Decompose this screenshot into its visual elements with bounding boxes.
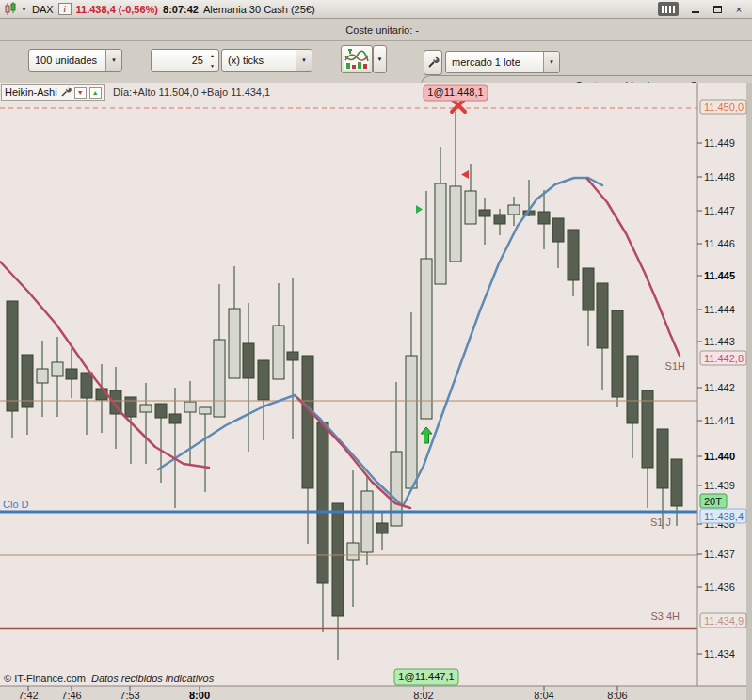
candle [229, 309, 240, 378]
candle [421, 259, 432, 419]
symbol-label: DAX [32, 4, 54, 15]
units-dropdown[interactable]: 100 unidades ▼ [28, 49, 122, 72]
time-axis-background [0, 686, 746, 700]
price-axis-box-label: 11.434,9 [704, 615, 744, 627]
price-tick-label: 11.444 [704, 304, 735, 315]
candle [302, 356, 313, 488]
time-tick-label: 8:04 [534, 690, 553, 700]
coste-bar: Coste unitario: - [0, 19, 752, 41]
candle [465, 191, 476, 224]
price-tick-label: 11.445 [704, 270, 735, 281]
candle [494, 215, 505, 224]
candle [81, 373, 92, 398]
candle [140, 405, 152, 412]
candle [361, 491, 373, 552]
disclaimer-text: Datos recibidos indicativos [91, 673, 215, 684]
price-tick-label: 11.439 [704, 480, 735, 491]
indicator-selector[interactable]: Heikin-Ashi ▼ ▲ [1, 84, 105, 101]
candle [657, 429, 668, 488]
order-settings-button[interactable] [424, 50, 442, 75]
candle [347, 543, 359, 560]
chevron-down-icon[interactable]: ▼ [543, 52, 559, 72]
maximize-button[interactable] [709, 2, 726, 16]
instrument-name: Alemania 30 Cash (25€) [203, 4, 315, 15]
price-axis-box-label: 11.438,4 [704, 511, 744, 522]
candle [332, 503, 344, 616]
toolbar: 100 unidades ▼ 25 ▲ ▼ (x) ticks ▼ ▼ ▶ [0, 41, 752, 83]
time-tick-label: 8:06 [607, 690, 627, 700]
chart-area: 1@11.448,11@11.447,1Clo DS1HS1 JS3 4H© I… [0, 83, 752, 700]
level-label: S3 4H [650, 611, 680, 622]
price-chart[interactable]: 1@11.448,11@11.447,1Clo DS1HS1 JS3 4H© I… [0, 83, 752, 700]
title-bar[interactable]: ▼ DAX i 11.438,4 (-0,56%) 8:07:42 Aleman… [0, 0, 752, 19]
candle [435, 183, 446, 284]
candle [169, 414, 181, 423]
price-tick-label: 11.443 [704, 336, 735, 347]
clock: 8:07:42 [163, 4, 199, 15]
candle [66, 369, 77, 379]
minimize-button[interactable] [687, 2, 704, 16]
candle [317, 422, 328, 583]
candle [155, 404, 167, 418]
time-tick-label: 8:02 [413, 690, 433, 700]
sell-marker-toggle-icon[interactable]: ▼ [74, 87, 87, 99]
candle [538, 212, 550, 224]
candle [258, 360, 269, 400]
price-tick-label: 11.441 [704, 415, 735, 426]
stepper-up-icon[interactable]: ▲ [206, 50, 218, 60]
chart-type-menu-arrow[interactable]: ▼ [373, 45, 387, 73]
day-high-low-info: Día:+Alto 11.504,0 +Bajo 11.434,1 [113, 87, 270, 98]
candle [612, 310, 623, 397]
stepper-down-icon[interactable]: ▼ [206, 60, 218, 71]
order-type-dropdown[interactable]: mercado 1 lote ▼ [445, 51, 560, 73]
coste-unitario-label: Coste unitario: - [345, 24, 419, 36]
order-badge-label: 1@11.447,1 [398, 671, 454, 682]
copyright-text: © IT-Finance.com [4, 673, 86, 684]
chevron-down-icon: ▼ [377, 56, 383, 62]
candle [22, 355, 33, 407]
chevron-down-icon[interactable]: ▼ [296, 50, 312, 71]
price-axis-box-label: 11.450,0 [704, 102, 744, 113]
symbol-dropdown-caret[interactable]: ▼ [21, 6, 27, 12]
time-tick-label: 7:53 [120, 690, 139, 700]
info-icon[interactable]: i [58, 3, 72, 15]
candle [37, 369, 48, 383]
candle [376, 523, 388, 533]
candle [273, 326, 284, 379]
buy-marker-toggle-icon[interactable]: ▲ [89, 87, 102, 99]
right-edge-strip[interactable] [746, 83, 752, 700]
candle [671, 459, 682, 506]
time-tick-label: 7:42 [18, 690, 38, 700]
price-tick-label: 11.446 [704, 238, 735, 249]
candle [583, 268, 594, 310]
wrench-icon[interactable] [60, 87, 72, 98]
level-label: Clo D [3, 499, 29, 510]
price-tick-label: 11.437 [704, 549, 735, 560]
candle [552, 218, 564, 242]
wrench-icon [427, 56, 440, 69]
chart-type-button[interactable] [341, 45, 373, 73]
candle [287, 352, 298, 360]
level-label: S1H [665, 360, 685, 372]
time-tick-label: 8:00 [189, 690, 210, 700]
keyboard-icon[interactable] [658, 2, 679, 16]
candle [52, 362, 63, 376]
price-tick-label: 11.440 [704, 451, 735, 462]
price-tick-label: 11.448 [704, 171, 735, 183]
level-label: S1 J [650, 517, 671, 528]
price-tick-label: 11.447 [704, 205, 735, 216]
close-button[interactable]: × [730, 2, 747, 16]
price-tick-label: 11.449 [704, 137, 735, 149]
candle [627, 356, 638, 423]
candle [391, 452, 402, 526]
trading-window: { "window": { "symbol": "DAX", "caret": … [0, 0, 752, 700]
price-tick-label: 11.434 [704, 648, 735, 660]
chevron-down-icon[interactable]: ▼ [105, 50, 121, 71]
price-axis-box-label: 20T [704, 496, 722, 507]
candle [642, 390, 653, 468]
candle [7, 301, 18, 411]
candle [479, 210, 490, 216]
price-tick-label: 11.436 [704, 581, 735, 593]
timeframe-dropdown[interactable]: (x) ticks ▼ [221, 49, 312, 72]
ticks-count-stepper[interactable]: 25 ▲ ▼ [151, 49, 219, 72]
